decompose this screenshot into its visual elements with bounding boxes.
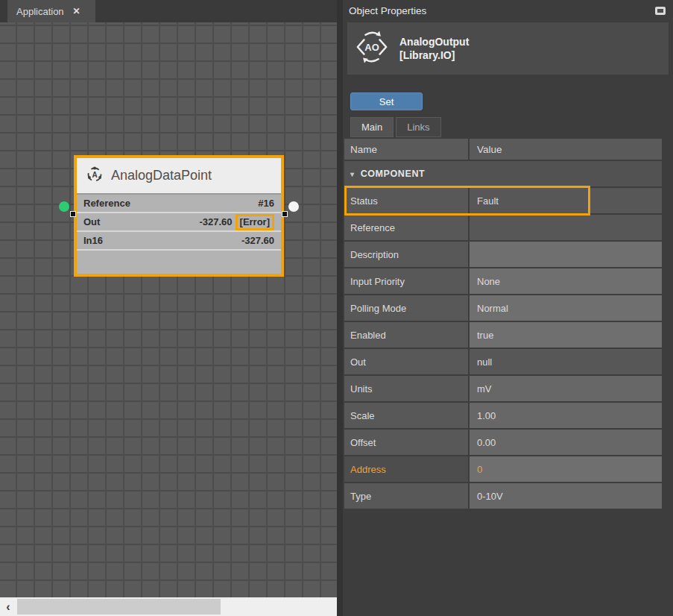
prop-name: Out — [350, 356, 366, 368]
grid-header-row: Name Value — [344, 139, 662, 160]
property-row-status[interactable]: Status Fault — [344, 188, 662, 213]
svg-text:AO: AO — [364, 42, 379, 53]
object-header-card: AO AnalogOutput [Library.IO] — [347, 22, 669, 75]
error-badge: [Error] — [236, 214, 274, 230]
analog-point-icon: A — [86, 166, 104, 186]
prop-value: null — [477, 356, 492, 368]
node-footer — [77, 251, 281, 274]
property-row-units[interactable]: Units mV — [344, 376, 662, 401]
tab-application-label: Application — [16, 6, 64, 17]
pin-value: -327.60 — [199, 216, 232, 227]
node-pin-out[interactable]: Out -327.60 [Error] — [77, 213, 281, 232]
set-button[interactable]: Set — [350, 92, 423, 110]
tab-links[interactable]: Links — [396, 117, 440, 137]
property-row-offset[interactable]: Offset 0.00 — [344, 430, 662, 455]
property-row-address[interactable]: Address 0 — [344, 456, 662, 482]
property-row-reference[interactable]: Reference — [344, 215, 662, 240]
prop-name: Scale — [350, 410, 375, 421]
svg-text:A: A — [92, 170, 97, 178]
object-properties-panel: Object Properties AO AnalogOu — [343, 0, 673, 616]
diagram-pane: Application ✕ A AnalogData — [0, 0, 337, 616]
property-row-description[interactable]: Description — [344, 242, 662, 267]
property-row-polling-mode[interactable]: Polling Mode Normal — [344, 295, 662, 321]
resize-handle-left[interactable] — [70, 211, 76, 217]
object-library: [Library.IO] — [399, 48, 469, 62]
prop-value: Fault — [477, 195, 499, 207]
prop-value: 0-10V — [477, 491, 503, 502]
scrollbar-thumb[interactable] — [17, 599, 221, 615]
prop-value: 1.00 — [477, 410, 496, 421]
resize-handle-right[interactable] — [282, 211, 288, 217]
analog-output-icon: AO — [355, 30, 389, 67]
properties-tabs: Main Links — [350, 117, 673, 137]
property-row-type[interactable]: Type 0-10V — [344, 483, 662, 509]
pin-name: Out — [83, 216, 100, 227]
prop-name: Address — [350, 464, 386, 475]
property-row-out[interactable]: Out null — [344, 349, 662, 374]
tab-application[interactable]: Application ✕ — [7, 0, 95, 22]
tab-close-icon[interactable]: ✕ — [73, 6, 80, 16]
panel-title: Object Properties — [349, 5, 426, 16]
horizontal-scrollbar[interactable]: ‹ — [0, 597, 337, 616]
app-window: Application ✕ A AnalogData — [0, 0, 673, 616]
prop-value: 0.00 — [477, 437, 496, 448]
prop-name: Units — [350, 383, 373, 395]
diagram-tabbar: Application ✕ — [0, 0, 337, 22]
panel-titlebar: Object Properties — [343, 0, 673, 21]
group-label: COMPONENT — [361, 169, 426, 179]
prop-value: Normal — [477, 303, 508, 314]
prop-value: 0 — [477, 464, 482, 475]
prop-value: None — [477, 276, 500, 287]
node-pin-in16[interactable]: In16 -327.60 — [77, 232, 281, 251]
prop-value: true — [477, 330, 493, 341]
prop-name: Input Priority — [350, 276, 405, 287]
input-port-green[interactable] — [59, 201, 69, 212]
prop-name: Enabled — [350, 330, 386, 341]
prop-name: Description — [350, 249, 399, 260]
object-name: AnalogOutput — [399, 35, 469, 48]
property-row-scale[interactable]: Scale 1.00 — [344, 403, 662, 428]
node-pin-reference[interactable]: Reference #16 — [77, 195, 281, 213]
dock-window-icon[interactable] — [655, 7, 666, 15]
pane-divider[interactable] — [337, 0, 343, 616]
property-grid: Name Value ▾ COMPONENT Status Fault Refe… — [344, 139, 662, 509]
prop-name: Reference — [350, 222, 395, 233]
node-title: AnalogDataPoint — [111, 168, 212, 183]
prop-name: Type — [350, 491, 371, 502]
column-header-name: Name — [344, 139, 468, 160]
collapse-triangle-icon[interactable]: ▾ — [350, 170, 355, 178]
pin-name: Reference — [83, 198, 130, 209]
property-row-enabled[interactable]: Enabled true — [344, 322, 662, 348]
wiresheet-canvas[interactable]: A AnalogDataPoint Reference #16 Out -327… — [0, 22, 337, 597]
tab-main[interactable]: Main — [350, 117, 394, 137]
node-analogdatapoint[interactable]: A AnalogDataPoint Reference #16 Out -327… — [74, 155, 284, 277]
pin-value: -327.60 — [241, 235, 274, 246]
prop-name: Status — [350, 195, 378, 207]
prop-value: mV — [477, 383, 492, 395]
scroll-left-arrow-icon[interactable]: ‹ — [0, 597, 16, 616]
column-header-value: Value — [470, 139, 662, 160]
prop-name: Offset — [350, 437, 376, 448]
node-header[interactable]: A AnalogDataPoint — [77, 158, 281, 195]
prop-name: Polling Mode — [350, 303, 406, 314]
group-component[interactable]: ▾ COMPONENT — [344, 161, 662, 186]
pin-value: #16 — [258, 198, 274, 209]
output-port-white[interactable] — [288, 201, 299, 212]
property-row-input-priority[interactable]: Input Priority None — [344, 268, 662, 294]
pin-name: In16 — [83, 235, 103, 246]
